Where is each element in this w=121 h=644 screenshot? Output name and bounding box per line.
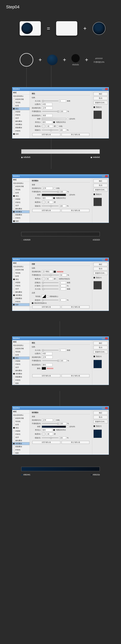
checkbox[interactable] [13, 198, 15, 200]
side-item[interactable]: 颜色叠加 [12, 439, 29, 442]
newstyle-button[interactable]: 新建样式(W)... [94, 350, 108, 354]
close-icon[interactable] [105, 337, 108, 340]
filltype-select[interactable]: 颜色 [42, 363, 52, 366]
style-select[interactable]: 线性 [42, 121, 52, 124]
contour-picker[interactable] [42, 295, 46, 298]
checkbox-checked[interactable] [13, 294, 15, 296]
opacity-input[interactable]: 100 [60, 422, 66, 425]
checkbox[interactable] [13, 192, 15, 194]
ok-button[interactable]: 确定 [94, 262, 108, 266]
side-item[interactable]: 光泽 [12, 204, 29, 207]
opacity-slider[interactable] [42, 360, 59, 361]
checkbox[interactable] [13, 117, 15, 119]
ok-button[interactable]: 确定 [94, 342, 108, 345]
side-item[interactable]: 投影 [12, 220, 29, 223]
cancel-button[interactable]: 取消 [94, 96, 108, 100]
blend-select[interactable]: 正常 [42, 187, 53, 190]
side-item[interactable]: 渐变叠加 [12, 372, 29, 375]
checkbox-checked[interactable] [32, 302, 33, 304]
spread-slider[interactable] [42, 286, 58, 286]
side-item[interactable]: 颜色叠加 [12, 369, 29, 372]
cancel-button[interactable]: 取消 [94, 346, 108, 349]
side-item[interactable]: 混合选项:默认 [12, 344, 29, 347]
side-item[interactable]: 描边 [12, 426, 29, 430]
checkbox[interactable] [13, 214, 15, 216]
spread-input[interactable]: 0 [59, 284, 66, 287]
minimize-icon[interactable] [102, 88, 105, 90]
checkbox[interactable] [13, 446, 15, 448]
side-item[interactable]: 图案叠加 [12, 375, 29, 378]
color-chip[interactable] [42, 367, 46, 370]
checkbox-checked[interactable] [53, 122, 55, 123]
checkbox[interactable] [13, 105, 15, 106]
side-item[interactable]: 图案叠加 [12, 297, 29, 300]
checkbox[interactable] [13, 433, 15, 435]
checkbox-checked[interactable] [94, 194, 95, 195]
checkbox[interactable] [13, 298, 15, 299]
side-item-selected[interactable]: 渐变叠加 [12, 442, 29, 445]
gradient-picker[interactable] [42, 426, 66, 428]
checkbox[interactable] [13, 275, 15, 277]
angle-input[interactable]: -90 [46, 125, 53, 128]
side-item[interactable]: 等高线 [12, 272, 29, 274]
checkbox-checked[interactable] [94, 106, 95, 108]
checkbox[interactable] [54, 419, 55, 421]
defaults-button[interactable]: 设置为默认值 [32, 133, 60, 136]
side-item[interactable]: 外发光 [12, 216, 29, 220]
side-item[interactable]: 内发光 [12, 432, 29, 436]
side-item[interactable]: 外发光 [12, 378, 29, 382]
minimize-icon[interactable] [102, 258, 105, 261]
side-item[interactable]: 外发光 [12, 129, 29, 132]
side-item[interactable]: 等高线 [12, 101, 29, 104]
side-item-selected[interactable]: 描边 [12, 107, 29, 110]
side-item[interactable]: 渐变叠加 [12, 294, 29, 297]
style-select[interactable]: 线性 [42, 428, 52, 432]
side-item[interactable]: 内发光 [12, 284, 29, 287]
opacity-slider[interactable] [42, 192, 59, 192]
ok-button[interactable]: 确定 [94, 92, 108, 96]
checkbox[interactable] [13, 111, 15, 112]
cancel-button[interactable]: 取消 [94, 184, 108, 187]
close-icon[interactable] [105, 258, 108, 261]
opacity-input[interactable]: 50 [60, 274, 67, 276]
scale-input[interactable]: 100 [59, 129, 66, 131]
reset-button[interactable]: 复位为默认值 [62, 441, 90, 444]
checkbox[interactable] [13, 301, 15, 302]
defaults-button[interactable]: 设置为默认值 [32, 209, 60, 212]
defaults-button[interactable]: 设置为默认值 [32, 441, 60, 444]
checkbox-checked[interactable] [13, 211, 15, 212]
checkbox[interactable] [13, 208, 15, 210]
scale-input[interactable]: 100 [59, 436, 66, 439]
checkbox[interactable] [13, 205, 15, 206]
filltype-select[interactable]: 渐变 [42, 114, 52, 117]
side-item[interactable]: 混合选项:默认 [12, 414, 29, 417]
checkbox-checked[interactable] [13, 357, 15, 359]
size-input[interactable]: 1 [59, 100, 66, 102]
pos-select[interactable]: 内部 [42, 352, 52, 355]
checkbox[interactable] [13, 114, 15, 116]
minimize-icon[interactable] [102, 175, 105, 177]
checkbox-checked[interactable] [94, 425, 95, 427]
noise-slider[interactable] [42, 300, 58, 300]
checkbox[interactable] [13, 366, 15, 368]
side-item[interactable]: 光泽 [12, 287, 29, 290]
checkbox[interactable] [13, 360, 15, 362]
side-item[interactable]: 内发光 [12, 113, 29, 116]
side-item[interactable]: 投影 [12, 452, 29, 454]
side-item[interactable]: 颜色叠加 [12, 120, 29, 123]
checkbox[interactable] [13, 124, 15, 125]
opacity-slider[interactable] [42, 275, 59, 275]
checkbox-checked[interactable] [94, 356, 95, 357]
checkbox-checked[interactable] [13, 195, 15, 197]
side-item[interactable]: 渐变叠加 [12, 123, 29, 126]
checkbox-checked[interactable] [13, 108, 15, 110]
ok-button[interactable]: 确定 [94, 179, 108, 183]
checkbox[interactable] [13, 452, 15, 454]
reset-button[interactable]: 复位为默认值 [62, 374, 90, 377]
angle-dial[interactable] [42, 124, 45, 128]
angle-dial[interactable] [42, 200, 45, 204]
size-input[interactable]: 1 [59, 349, 66, 352]
size-slider[interactable] [42, 350, 58, 350]
close-icon[interactable] [105, 175, 108, 177]
checkbox[interactable] [57, 278, 58, 280]
